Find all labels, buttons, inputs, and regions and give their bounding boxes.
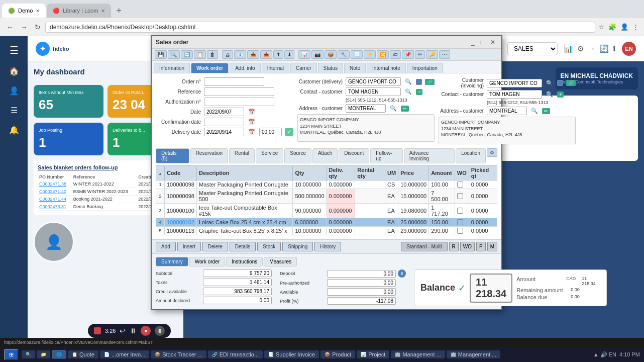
- col-qty[interactable]: Qty: [293, 166, 327, 180]
- taskbar-chrome[interactable]: 🌐: [52, 350, 66, 358]
- insert-btn[interactable]: Insert: [177, 242, 201, 251]
- wo-checkbox-1[interactable]: [457, 182, 463, 188]
- contact-invoicing-add-btn[interactable]: +: [557, 92, 564, 98]
- taskbar-project[interactable]: 📊 Project: [357, 350, 389, 358]
- col-deliv-qty[interactable]: Deliv. qty: [327, 166, 355, 180]
- col-sort[interactable]: ▲: [156, 166, 165, 180]
- back-button[interactable]: ←: [4, 22, 16, 32]
- addr-edit-btn[interactable]: ✏: [401, 106, 409, 112]
- col-wo[interactable]: WO: [455, 166, 469, 180]
- lightning-toolbar-btn[interactable]: ⚡: [364, 50, 376, 59]
- taskbar-product[interactable]: 📦 Product: [320, 350, 355, 358]
- module-dropdown[interactable]: SALES: [507, 42, 558, 55]
- subtab-service[interactable]: Service: [256, 148, 283, 163]
- summary-tab-summary[interactable]: Summary: [156, 257, 188, 266]
- home-icon[interactable]: 🏠: [6, 63, 22, 79]
- bell-icon[interactable]: 🔔: [6, 122, 22, 138]
- tab-close-btn-2[interactable]: ✕: [101, 8, 105, 14]
- subtab-discount[interactable]: Discount: [339, 148, 369, 163]
- delivery-time-check-btn[interactable]: ✓: [285, 128, 293, 136]
- tab-internal[interactable]: Internal: [262, 63, 289, 73]
- email-toolbar-btn[interactable]: 📧: [234, 50, 246, 59]
- details-config-btn[interactable]: ⚙: [487, 148, 497, 157]
- detail-row-3[interactable]: 3 100000100 Ieco Take-out Compostable Bo…: [156, 204, 497, 218]
- col-price[interactable]: Price: [398, 166, 429, 180]
- stop-btn[interactable]: ■: [141, 326, 151, 336]
- tab-note[interactable]: Note: [344, 63, 366, 73]
- import-toolbar-btn[interactable]: 📥: [260, 50, 272, 59]
- subtab-source[interactable]: Source: [284, 148, 311, 163]
- tab-carrier[interactable]: Carrier: [290, 63, 317, 73]
- taskbar-search[interactable]: 🔍: [22, 350, 35, 358]
- history-btn[interactable]: History: [314, 242, 341, 251]
- cust-delivery-checkbox[interactable]: [416, 79, 422, 85]
- r-btn[interactable]: R: [449, 242, 459, 251]
- reload-button[interactable]: ↻: [32, 22, 43, 32]
- tab-work-order[interactable]: Work order: [191, 63, 229, 73]
- taskbar-stock[interactable]: 📦 Stock Tracker ...: [151, 350, 206, 358]
- addr-city-input[interactable]: [346, 104, 386, 113]
- addr-inv-city-input[interactable]: [487, 107, 527, 115]
- order-input[interactable]: [204, 77, 264, 86]
- profile-icon[interactable]: 👤: [619, 22, 629, 32]
- wo-checkbox-4[interactable]: [457, 219, 463, 225]
- standard-multi-btn[interactable]: Standard - Multi: [401, 242, 448, 251]
- forward-header-icon[interactable]: →: [588, 44, 595, 53]
- date-picker-btn[interactable]: 📅: [247, 109, 256, 115]
- analytics-icon[interactable]: 📊: [564, 44, 573, 53]
- summary-tab-instructions[interactable]: Instructions: [226, 257, 263, 266]
- preauth-input[interactable]: [327, 279, 396, 287]
- shuffle-toolbar-btn[interactable]: 🔀: [377, 50, 389, 59]
- up-toolbar-btn[interactable]: ⬆: [273, 50, 283, 59]
- save-toolbar-btn[interactable]: 💾: [155, 50, 167, 59]
- settings-icon[interactable]: ⋮: [631, 22, 640, 32]
- settings-header-icon[interactable]: ⚙: [577, 44, 584, 53]
- cust-invoicing-search-btn[interactable]: 🔍: [545, 80, 554, 86]
- forward-button[interactable]: →: [18, 22, 30, 32]
- summary-tab-measures[interactable]: Measures: [264, 257, 297, 266]
- tab-add-info[interactable]: Add. info: [230, 63, 260, 73]
- col-code[interactable]: Code: [164, 166, 196, 180]
- user-avatar[interactable]: EN: [622, 42, 636, 56]
- refresh-header-icon[interactable]: 🔄: [599, 44, 609, 53]
- detail-row-2[interactable]: 2 100000098 Master Packaging Printed Cor…: [156, 189, 497, 204]
- tab-information[interactable]: Information: [154, 63, 190, 73]
- subtab-reservation[interactable]: Reservation: [190, 148, 228, 163]
- deposit-input[interactable]: [327, 270, 396, 278]
- add-btn[interactable]: Add: [156, 242, 176, 251]
- settings2-toolbar-btn[interactable]: 🔧: [338, 50, 350, 59]
- wo-checkbox-5[interactable]: [457, 228, 463, 234]
- available-input[interactable]: [327, 288, 396, 296]
- user-icon[interactable]: 👤: [6, 83, 22, 99]
- amt-declared-input[interactable]: [203, 297, 272, 304]
- tab-close-btn[interactable]: ✕: [36, 8, 40, 14]
- stock-btn[interactable]: Stock: [257, 242, 281, 251]
- taskbar-customer-inv[interactable]: 📄 ...omer Invo...: [100, 350, 149, 358]
- addr-search-btn[interactable]: 🔍: [389, 105, 398, 112]
- widget-job-posting[interactable]: Job Posting 1: [34, 123, 103, 155]
- widget-items-min-max[interactable]: Items without Min Max 65: [34, 85, 103, 118]
- deposit-currency-btn[interactable]: $: [398, 269, 406, 278]
- p-btn[interactable]: P: [476, 242, 486, 251]
- delivery-time-input[interactable]: [259, 128, 282, 136]
- list-icon[interactable]: ☰: [8, 103, 21, 118]
- subtotal-input[interactable]: [203, 269, 272, 277]
- delete-btn[interactable]: Delete: [202, 242, 228, 251]
- profit-input[interactable]: [327, 297, 396, 305]
- chart-toolbar-btn[interactable]: 📊: [298, 50, 310, 59]
- col-um[interactable]: UM: [385, 166, 398, 180]
- conf-date-picker-btn[interactable]: 📅: [247, 119, 256, 125]
- detail-row-5[interactable]: 5 100000113 Graphic Take-out Box 8.25' x…: [156, 227, 497, 235]
- delivery-date-input[interactable]: [204, 128, 244, 136]
- search-toolbar-btn[interactable]: 🔍: [168, 50, 180, 59]
- taskbar-file-explorer[interactable]: 📁: [37, 350, 50, 358]
- tab-internal-note[interactable]: Internal note: [367, 63, 406, 73]
- reference-input[interactable]: [204, 87, 274, 96]
- pin-toolbar-btn[interactable]: 📌: [402, 50, 414, 59]
- order-po-2[interactable]: C0002471.40: [38, 188, 72, 196]
- pause-btn[interactable]: ⏸: [130, 327, 137, 335]
- detail-row-4[interactable]: 4 100000102 Loirac Cake Box 25.4 cm x 25…: [156, 218, 497, 227]
- shipping-btn[interactable]: Shipping: [282, 242, 313, 251]
- summary-tab-work-order[interactable]: Work order: [189, 257, 225, 266]
- active-tab[interactable]: 🟢 Demo ✕: [2, 4, 46, 18]
